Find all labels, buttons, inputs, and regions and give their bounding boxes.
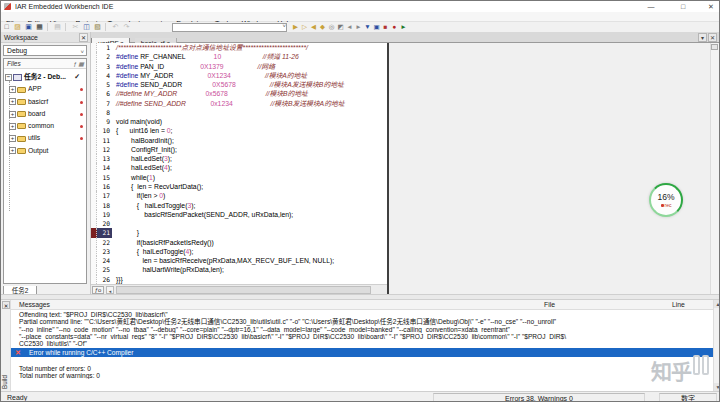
message-row[interactable]: Total number of warnings: 0 bbox=[11, 372, 713, 379]
stop-build-icon[interactable]: ■ bbox=[381, 22, 390, 32]
tree-item-folder-utils[interactable]: +utils bbox=[4, 132, 86, 144]
files-tree-panel: Files ƒ ▦ −任务2 - Deb...✓+APP+basicrf+boa… bbox=[3, 58, 87, 284]
close-button[interactable]: ✕ bbox=[703, 1, 719, 12]
open-file-icon[interactable]: ▨ bbox=[12, 22, 23, 32]
save-all-icon[interactable]: ▦ bbox=[34, 22, 45, 32]
line-number: 12 bbox=[97, 145, 112, 154]
line-number: 4 bbox=[97, 71, 112, 80]
tree-item-folder-common[interactable]: +common bbox=[4, 120, 86, 132]
new-document-icon[interactable]: □ bbox=[1, 22, 12, 32]
configuration-dropdown[interactable]: Debug ˅ bbox=[3, 45, 87, 56]
tree-item-folder-output[interactable]: +Output bbox=[4, 145, 86, 157]
code-line: 1/************************点对点通信地址设置*****… bbox=[91, 43, 387, 52]
make-icon[interactable]: ▼ bbox=[363, 22, 372, 32]
code-line: 9void main(void) bbox=[91, 117, 387, 126]
scroll-up-icon[interactable]: ▲ bbox=[714, 300, 720, 308]
file-column-header[interactable]: File bbox=[544, 300, 555, 310]
tab-close-icon[interactable]: ✕ bbox=[708, 33, 717, 42]
split-handle-icon[interactable] bbox=[711, 44, 718, 50]
code-line: 18 { halLedToggle(3); bbox=[91, 201, 387, 210]
maximize-button[interactable]: □ bbox=[675, 1, 691, 12]
recording-progress-badge[interactable]: 16% rec bbox=[649, 183, 683, 217]
editor-horizontal-scrollbar[interactable]: ƒo ◂ bbox=[91, 284, 387, 294]
tree-item-folder-board[interactable]: +board bbox=[4, 108, 86, 120]
cut-icon: ✂ bbox=[70, 22, 81, 32]
code-line: 26}}} bbox=[91, 275, 387, 284]
message-row[interactable]: Partial command line: ""C:\Users\黄虹君\Des… bbox=[11, 318, 713, 325]
line-column-header[interactable]: Line bbox=[672, 300, 685, 310]
scroll-down-icon[interactable]: ▼ bbox=[714, 383, 720, 391]
chevron-down-icon: ˅ bbox=[80, 47, 84, 57]
expand-icon[interactable]: + bbox=[9, 111, 16, 118]
configuration-value: Debug bbox=[7, 47, 27, 54]
line-number: 20 bbox=[97, 219, 112, 228]
window-title: IAR Embedded Workbench IDE bbox=[15, 1, 113, 12]
code-line: 3#define PAN_ID 0X1379 //网络 bbox=[91, 62, 387, 71]
editor-vertical-scrollbar[interactable] bbox=[710, 43, 719, 294]
line-number: 7 bbox=[97, 99, 112, 108]
expand-icon[interactable]: + bbox=[9, 98, 16, 105]
message-row[interactable]: "--no_inline" "--no_code_motion" "--no_t… bbox=[11, 326, 713, 333]
copy-icon[interactable]: ◫ bbox=[81, 22, 92, 32]
tree-item-folder-basicrf[interactable]: +basicrf bbox=[4, 96, 86, 108]
tree-item-label: common bbox=[28, 122, 54, 129]
chevron-down-icon[interactable]: ˅ bbox=[282, 23, 286, 29]
code-line: 5#define SEND_ADDR 0X5678 //模块A发送模块B的地址 bbox=[91, 80, 387, 89]
expand-icon[interactable]: + bbox=[9, 147, 16, 154]
find-previous-icon[interactable]: ◀ bbox=[309, 22, 318, 32]
message-row[interactable]: CC2530_lib\utils\" "-Of" bbox=[11, 340, 713, 347]
scrollbar-thumb[interactable] bbox=[116, 286, 371, 294]
compile-icon[interactable]: ▣ bbox=[372, 22, 381, 32]
navigate-forward-icon[interactable]: ► bbox=[354, 22, 363, 32]
message-row[interactable]: "--place_constants=data" "--nr_virtual_r… bbox=[11, 333, 713, 340]
expand-icon[interactable]: + bbox=[9, 86, 16, 93]
toggle-bookmark-icon[interactable]: ◩ bbox=[336, 22, 345, 32]
find-icon[interactable]: ▶ bbox=[291, 22, 300, 32]
navigate-back-icon[interactable]: ◄ bbox=[345, 22, 354, 32]
expand-icon[interactable]: + bbox=[9, 123, 16, 130]
line-number: 26 bbox=[97, 275, 112, 284]
tree-item-project-root[interactable]: −任务2 - Deb...✓ bbox=[4, 71, 86, 83]
save-icon[interactable]: ▣ bbox=[23, 22, 34, 32]
paste-icon[interactable]: ▧ bbox=[92, 22, 103, 32]
workspace-close-icon[interactable]: ✕ bbox=[79, 33, 88, 42]
message-row[interactable]: Offending text: "$PROJ_DIR$\CC2530_lib\b… bbox=[11, 311, 713, 318]
code-line: 25 halUartWrite(pRxData,len); bbox=[91, 265, 387, 274]
record-dot-icon bbox=[661, 204, 664, 207]
message-row[interactable]: Total number of errors: 0 bbox=[11, 365, 713, 372]
tree-item-folder-app[interactable]: +APP bbox=[4, 83, 86, 95]
files-header-icons[interactable]: ƒ ▦ bbox=[73, 59, 84, 69]
code-line: 2#define RF_CHANNEL 10 //频道 11-26 bbox=[91, 52, 387, 61]
code-line: 6//#define MY_ADDR 0x5678 //模块B的地址 bbox=[91, 89, 387, 98]
workspace-header: Workspace ✕ bbox=[1, 32, 90, 43]
tab-bar-buttons: ▾✕ bbox=[697, 33, 717, 42]
error-message-row[interactable]: ✕Error while running C/C++ Compiler bbox=[11, 348, 713, 357]
files-column-header[interactable]: Files ƒ ▦ bbox=[4, 59, 86, 69]
iar-ide-window: IAR Embedded Workbench IDE — □ ✕ FileEdi… bbox=[0, 0, 720, 402]
code-folding-button[interactable]: ƒo bbox=[92, 286, 104, 294]
expand-icon[interactable]: − bbox=[5, 74, 12, 81]
message-row[interactable] bbox=[11, 357, 713, 364]
debug-icon[interactable]: ● bbox=[390, 22, 399, 32]
code-line: 8 bbox=[91, 108, 387, 117]
status-bar: Ready Errors 38, Warnings 0 数字 bbox=[1, 391, 720, 402]
find-combobox[interactable]: ˅ bbox=[172, 23, 287, 32]
redo-icon: ↷ bbox=[121, 22, 132, 32]
find-next-icon[interactable]: ▷ bbox=[300, 22, 309, 32]
status-numlock: 数字 bbox=[659, 393, 717, 402]
replace-icon[interactable]: ◆ bbox=[318, 22, 327, 32]
expand-icon[interactable]: + bbox=[9, 135, 16, 142]
workspace-panel: Workspace ✕ Debug ˅ Files ƒ ▦ −任务2 - Deb… bbox=[1, 32, 91, 298]
tab-list-icon[interactable]: ▾ bbox=[698, 33, 707, 42]
scroll-left-icon[interactable]: ◂ bbox=[106, 286, 114, 294]
build-panel-edge: ✕ Build bbox=[1, 300, 11, 391]
messages-close-icon[interactable]: ✕ bbox=[2, 301, 10, 309]
download-and-debug-icon[interactable]: ► bbox=[399, 22, 408, 32]
minimize-button[interactable]: — bbox=[643, 1, 659, 12]
go-to-icon[interactable]: ◎ bbox=[327, 22, 336, 32]
messages-vertical-scrollbar[interactable]: ▲ ▼ bbox=[713, 300, 720, 391]
build-tab[interactable]: Build bbox=[1, 375, 11, 389]
code-editor[interactable]: 1/************************点对点通信地址设置*****… bbox=[91, 43, 387, 284]
code-line: 15 while(1) bbox=[91, 173, 387, 182]
messages-column-header[interactable]: Messages bbox=[19, 300, 50, 310]
